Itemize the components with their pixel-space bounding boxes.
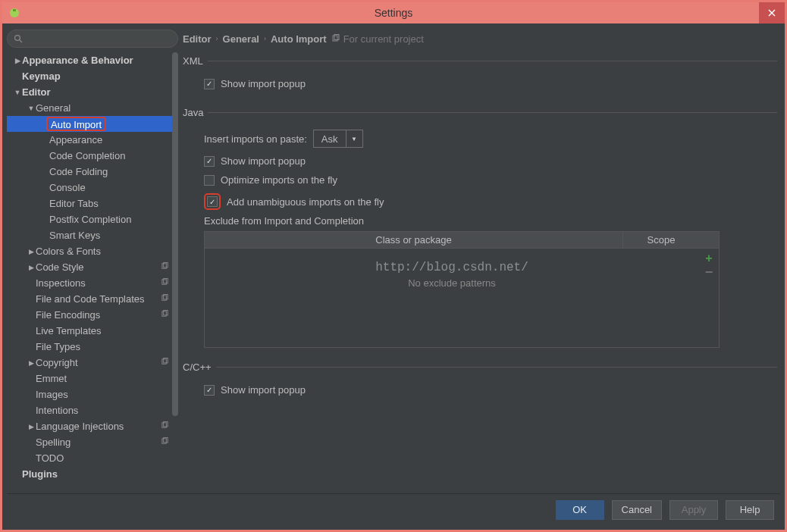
tree-item[interactable]: ▼Editor [7,84,178,100]
ok-button[interactable]: OK [556,500,604,520]
copy-icon [161,262,169,272]
tree-label: Colors & Fonts [36,246,101,257]
chevron-right-icon: ▶ [27,359,36,367]
tree-label: Console [49,182,86,193]
scrollbar-thumb[interactable] [172,52,178,416]
java-group: Java Insert imports on paste: Ask ▼ Show… [183,107,777,348]
tree-label: Spelling [36,437,71,448]
scrollbar[interactable] [172,52,178,493]
tree-item[interactable]: Keymap [7,68,178,84]
window-title: Settings [2,7,785,19]
tree-label: Editor [22,86,51,98]
breadcrumb-part[interactable]: Editor [183,33,212,45]
tree-item[interactable]: Code Completion [7,148,178,164]
apply-button[interactable]: Apply [669,500,718,520]
tree-item[interactable]: Smart Keys [7,227,178,243]
tree-label: Intentions [36,405,78,416]
tree-item[interactable]: ▶Colors & Fonts [7,243,178,259]
xml-show-import-popup-checkbox[interactable] [204,79,215,89]
tree-label: Code Style [36,261,84,273]
chevron-right-icon: ▶ [27,423,36,430]
tree-label: Auto Import [46,117,106,131]
dialog-buttons: OK Cancel Apply Help [7,493,780,525]
help-button[interactable]: Help [726,500,774,520]
tree-item[interactable]: Live Templates [7,323,178,339]
tree-item[interactable]: Intentions [7,402,178,418]
tree-item[interactable]: TODO [7,450,178,466]
tree-item[interactable]: Emmet [7,371,178,386]
col-scope[interactable]: Scope [623,232,699,248]
tree-item[interactable]: ▶Code Style [7,259,178,275]
java-legend: Java [183,107,208,118]
breadcrumb: Editor › General › Auto Import For curre… [183,28,780,48]
search-input[interactable] [7,30,178,48]
cancel-button[interactable]: Cancel [612,500,662,520]
chevron-right-icon: ▶ [27,264,36,271]
tree-label: Copyright [36,357,78,368]
exclude-empty-text: No exclude patterns [408,277,496,289]
xml-legend: XML [183,55,208,67]
svg-line-5 [20,40,22,42]
add-exclude-button[interactable]: + [705,252,712,265]
tree-label: Editor Tabs [49,198,99,209]
cpp-legend: C/C++ [183,361,216,373]
copy-icon [161,437,169,447]
insert-imports-label: Insert imports on paste: [204,133,307,145]
watermark: http://blog.csdn.net/ [375,261,528,274]
tree-item[interactable]: ▶Copyright [7,355,178,371]
copy-icon [161,294,169,304]
settings-tree[interactable]: ▶Appearance & BehaviorKeymap▼Editor▼Gene… [7,52,178,493]
tree-item[interactable]: File Encodings [7,307,178,323]
optimize-imports-checkbox[interactable] [204,175,215,186]
xml-group: XML Show import popup [183,55,777,93]
java-show-import-popup-checkbox[interactable] [204,156,215,167]
unambiguous-imports-checkbox[interactable] [207,196,218,207]
tree-item[interactable]: ▶Appearance & Behavior [7,52,178,68]
tree-label: Smart Keys [49,230,100,241]
copy-icon [331,34,340,43]
breadcrumb-part[interactable]: General [223,33,259,45]
tree-label: General [36,102,71,114]
tree-item[interactable]: ▼General [7,100,178,116]
tree-item[interactable]: Spelling [7,434,178,450]
tree-item[interactable]: Auto Import [7,116,178,132]
tree-item[interactable]: File and Code Templates [7,291,178,307]
tree-item[interactable]: Appearance [7,132,178,148]
cpp-group: C/C++ Show import popup [183,361,777,399]
insert-imports-select[interactable]: Ask ▼ [313,130,363,148]
remove-exclude-button[interactable]: − [705,270,713,274]
cpp-show-import-popup-checkbox[interactable] [204,385,215,396]
chevron-down-icon: ▼ [13,89,22,96]
chevron-right-icon: ▶ [13,57,22,64]
unambiguous-imports-label: Add unambiguous imports on the fly [227,196,384,208]
tree-item[interactable]: Code Folding [7,164,178,180]
tree-item[interactable]: File Types [7,339,178,355]
tree-label: Live Templates [36,325,101,336]
tree-item[interactable]: Inspections [7,275,178,291]
tree-label: TODO [36,452,64,464]
tree-label: Emmet [36,373,67,384]
titlebar: Settings [2,2,785,23]
tree-label: Code Completion [49,150,125,161]
project-hint: For current project [331,33,424,45]
chevron-right-icon: › [264,35,266,42]
highlight-box [204,193,221,210]
tree-item[interactable]: Postfix Completion [7,211,178,227]
exclude-legend: Exclude from Import and Completion [183,214,777,231]
tree-label: Images [36,389,68,400]
tree-item[interactable]: ▶Language Injections [7,418,178,434]
tree-label: Postfix Completion [49,214,131,225]
tree-item[interactable]: Images [7,386,178,402]
tree-label: Plugins [22,468,58,480]
tree-label: Appearance & Behavior [22,55,133,66]
tree-label: File Encodings [36,309,100,321]
tree-item[interactable]: Plugins [7,466,178,482]
sidebar: ▶Appearance & BehaviorKeymap▼Editor▼Gene… [7,28,178,493]
tree-item[interactable]: Editor Tabs [7,196,178,211]
col-class[interactable]: Class or package [205,232,623,248]
copy-icon [161,358,169,368]
tree-item[interactable]: Console [7,180,178,196]
xml-show-import-popup-label: Show import popup [221,78,306,89]
close-button[interactable] [759,2,785,23]
copy-icon [161,421,169,431]
